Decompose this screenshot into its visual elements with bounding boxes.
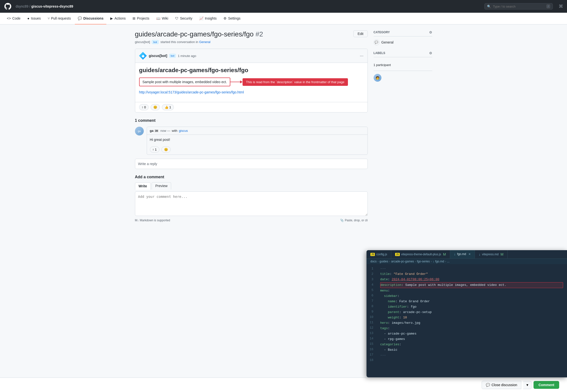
tab-write[interactable]: Write	[135, 182, 151, 190]
comment-item: ga ga39 now — with giscus Hi great post!…	[135, 127, 368, 155]
description-box: Sample post with multiple images, embedd…	[139, 78, 231, 86]
comment-time: now —	[160, 129, 170, 133]
search-icon: 🔍	[487, 5, 491, 8]
comment-bubble: ga39 now — with giscus Hi great post! ↑ …	[147, 127, 368, 155]
bot-badge: bot	[152, 40, 158, 44]
actions-icon: ▶	[110, 16, 113, 20]
post-time: 1 minute ago	[178, 54, 196, 58]
slash-shortcut: /	[546, 4, 550, 8]
post-reactions: ↑ 0 😊 👍 1	[135, 102, 368, 112]
page-meta: giscus[bot] bot started this conversatio…	[135, 40, 368, 44]
participant-avatar[interactable]: 🧑	[373, 74, 381, 82]
markdown-hint: M↓ Markdown is supported	[135, 219, 170, 222]
github-logo[interactable]	[4, 2, 12, 10]
post-author-badge: bot	[169, 54, 176, 58]
meta-author-link[interactable]: giscus[bot]	[135, 40, 150, 44]
comment-upvote[interactable]: ↑ 1	[150, 146, 159, 153]
sidebar-participants: 1 participant 🧑	[373, 63, 432, 82]
post-author[interactable]: giscus[bot]	[149, 54, 167, 58]
comment-tabs: Write Preview	[135, 182, 368, 190]
search-bar[interactable]: 🔍 /	[484, 3, 553, 10]
discussions-icon: 💬	[78, 16, 82, 20]
category-gear-icon[interactable]: ⚙	[429, 30, 432, 34]
annotation-label: This is read from the `description` valu…	[243, 78, 348, 86]
arrow-head	[240, 81, 243, 84]
sidebar-category-header: Category ⚙	[373, 30, 432, 36]
org-name[interactable]: dsync89	[16, 4, 28, 8]
arrow-line	[230, 82, 240, 82]
sidebar: Category ⚙ 💬 General Labels ⚙ 1 particip…	[373, 30, 432, 228]
nav-actions[interactable]: ▶ Actions	[107, 13, 129, 25]
category-icon: 💬	[373, 39, 379, 45]
arrow-container	[230, 81, 243, 84]
security-icon: 🛡	[175, 16, 179, 20]
sidebar-category-title: Category	[373, 30, 390, 34]
nav-projects[interactable]: ⊞ Projects	[130, 13, 152, 25]
comments-title: 1 comment	[135, 118, 368, 123]
write-reply-area[interactable]: Write a reply	[135, 159, 368, 169]
sidebar-participants-header: 1 participant	[373, 63, 432, 71]
search-input[interactable]	[493, 5, 544, 8]
nav-wiki[interactable]: 📖 Wiki	[153, 13, 171, 25]
bot-avatar: ◆	[139, 52, 147, 60]
issues-icon: ●	[28, 16, 29, 20]
sidebar-labels: Labels ⚙	[373, 51, 432, 57]
page-title: guides/arcade-pc-games/fgo-series/fgo #2	[135, 30, 263, 38]
comment-avatar: ga	[135, 127, 144, 136]
thumbsup-button[interactable]: 👍 1	[162, 104, 174, 110]
comment-footer: M↓ Markdown is supported 📎 Paste, drop, …	[135, 219, 368, 222]
content-left: guides/arcade-pc-games/fgo-series/fgo #2…	[135, 30, 368, 228]
nav-code[interactable]: <> Code	[4, 13, 24, 25]
pull-requests-icon: ⑂	[48, 16, 50, 20]
code-icon: <>	[7, 16, 11, 20]
more-options-button[interactable]: ···	[360, 53, 363, 58]
wiki-icon: 📖	[156, 16, 160, 20]
nav-discussions[interactable]: 💬 Discussions	[75, 13, 106, 25]
post-title: guides/arcade-pc-games/fgo-series/fgo	[139, 67, 364, 74]
nav-pull-requests[interactable]: ⑂ Pull requests	[45, 13, 74, 25]
discussion-post: ◆ giscus[bot] bot 1 minute ago ··· guide…	[135, 49, 368, 112]
repo-breadcrumb: dsync89 / giscus-vitepress-dsync89	[16, 4, 73, 8]
nav-insights[interactable]: 📈 Insights	[196, 13, 220, 25]
annotation-area: Sample post with multiple images, embedd…	[139, 78, 364, 86]
sidebar-participants-title: 1 participant	[373, 63, 391, 67]
giscus-link[interactable]: giscus	[179, 129, 188, 133]
tab-preview[interactable]: Preview	[152, 182, 171, 190]
add-comment: Add a comment Write Preview M↓ Markdown …	[135, 175, 368, 222]
sidebar-category: Category ⚙ 💬 General	[373, 30, 432, 45]
nav-issues[interactable]: ● Issues	[25, 13, 44, 25]
nav-settings[interactable]: ⚙ Settings	[221, 13, 244, 25]
sidebar-labels-header: Labels ⚙	[373, 51, 432, 57]
edit-button[interactable]: Edit	[353, 30, 368, 37]
issue-number: #2	[255, 30, 263, 38]
settings-icon: ⚙	[223, 16, 227, 20]
page-title-row: guides/arcade-pc-games/fgo-series/fgo #2…	[135, 30, 368, 38]
comment-textarea[interactable]	[135, 192, 368, 216]
nav-bar: <> Code ● Issues ⑂ Pull requests 💬 Discu…	[0, 13, 567, 25]
sidebar-category-item: 💬 General	[373, 39, 432, 45]
category-link[interactable]: General	[199, 40, 210, 44]
cmd-icon: ⌘	[559, 4, 563, 9]
comment-header: ga39 now — with giscus	[147, 127, 368, 135]
projects-icon: ⊞	[133, 16, 136, 20]
markdown-icon: M↓	[135, 219, 139, 222]
add-comment-title: Add a comment	[135, 175, 368, 179]
main-content: guides/arcade-pc-games/fgo-series/fgo #2…	[127, 25, 440, 234]
category-value: General	[381, 40, 394, 44]
comment-author[interactable]: ga39	[150, 129, 159, 133]
nav-security[interactable]: 🛡 Security	[172, 13, 195, 25]
comment-reactions: ↑ 1 😊	[147, 144, 368, 154]
repo-name[interactable]: giscus-vitepress-dsync89	[31, 4, 73, 8]
attachment-icon: 📎	[340, 219, 344, 222]
sidebar-labels-title: Labels	[373, 51, 385, 55]
emoji-button[interactable]: 😊	[151, 104, 160, 110]
comments-section: 1 comment ga ga39 now — with giscus Hi g…	[135, 118, 368, 169]
insights-icon: 📈	[199, 16, 203, 20]
post-link[interactable]: http://voyager.local:5173/guides/arcade-…	[139, 90, 364, 94]
labels-gear-icon[interactable]: ⚙	[429, 51, 432, 55]
comment-emoji[interactable]: 😊	[161, 146, 171, 153]
top-bar: dsync89 / giscus-vitepress-dsync89 🔍 / ⌘	[0, 0, 567, 13]
post-body: guides/arcade-pc-games/fgo-series/fgo Sa…	[135, 63, 368, 102]
upvote-button[interactable]: ↑ 0	[139, 104, 149, 110]
post-header: ◆ giscus[bot] bot 1 minute ago ···	[135, 49, 368, 63]
